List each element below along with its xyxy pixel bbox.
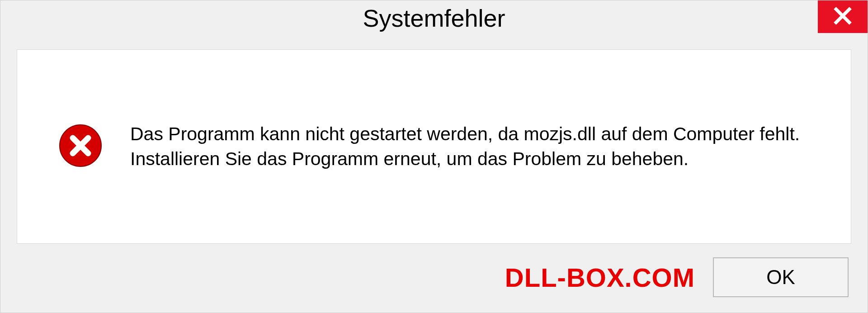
watermark-text: DLL-BOX.COM	[505, 262, 695, 293]
error-message: Das Programm kann nicht gestartet werden…	[130, 122, 819, 172]
close-button[interactable]	[818, 0, 868, 33]
dialog-title: Systemfehler	[363, 4, 505, 32]
titlebar: Systemfehler	[0, 0, 868, 41]
error-icon	[58, 123, 103, 170]
content-area: Das Programm kann nicht gestartet werden…	[17, 49, 851, 244]
error-dialog: Systemfehler Das Programm kann nicht ges…	[0, 0, 868, 313]
dialog-footer: DLL-BOX.COM OK	[0, 244, 868, 313]
ok-button[interactable]: OK	[713, 257, 849, 297]
close-icon	[833, 6, 853, 28]
